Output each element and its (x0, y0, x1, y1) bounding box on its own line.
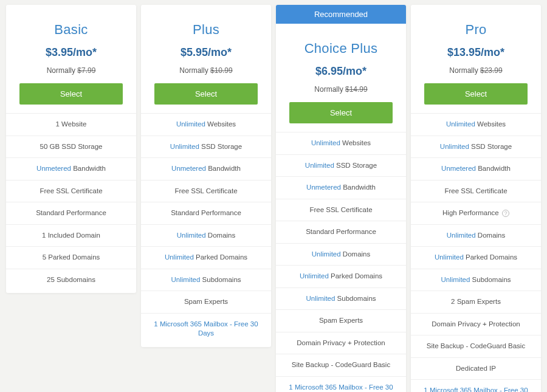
feature-text: 2 Spam Experts (451, 298, 501, 305)
feature-item: Unlimited Parked Domains (276, 265, 406, 287)
normal-price-value: $14.99 (345, 85, 368, 94)
feature-highlight-full: 1 Microsoft 365 Mailbox - Free 30 Days (154, 320, 258, 337)
pricing-grid: Basic$3.95/mo*Normally $7.99Select1 Webs… (6, 5, 541, 392)
feature-item: Unlimited Subdomains (276, 287, 406, 310)
feature-text: Bandwidth (71, 165, 106, 172)
feature-item: Free SSL Certificate (6, 180, 136, 202)
plan-card-pro: Pro$13.95/mo*Normally $23.99SelectUnlimi… (411, 5, 541, 392)
feature-highlight: Unlimited (447, 232, 476, 239)
feature-text: Parked Domains (194, 253, 247, 261)
select-button[interactable]: Select (19, 83, 123, 105)
feature-item: 1 Microsoft 365 Mailbox - Free 30 Days (276, 376, 406, 392)
normally-label: Normally (314, 85, 343, 94)
feature-text: 25 Subdomains (47, 276, 95, 283)
feature-item: Dedicated IP (411, 357, 541, 380)
feature-highlight: Unlimited (171, 276, 200, 283)
select-button[interactable]: Select (289, 102, 393, 123)
feature-item: Unmetered Bandwidth (6, 157, 136, 180)
feature-item: Site Backup - CodeGuard Basic (276, 354, 406, 376)
feature-text: Domain Privacy + Protection (432, 320, 520, 328)
plan-price: $6.95/mo* (284, 65, 397, 78)
feature-highlight: Unlimited (170, 143, 199, 150)
plan-name: Choice Plus (284, 41, 397, 57)
feature-text: SSD Storage (469, 143, 512, 150)
plan-head: Plus$5.95/mo*Normally $10.99Select (141, 5, 271, 113)
feature-text: Free SSL Certificate (174, 187, 237, 194)
feature-item: 50 GB SSD Storage (6, 136, 136, 158)
feature-highlight: Unmetered (171, 165, 206, 172)
feature-item: 1 Included Domain (6, 224, 136, 247)
feature-item: Unmetered Bandwidth (411, 157, 541, 180)
feature-text: Free SSL Certificate (40, 187, 102, 194)
feature-text: Dedicated IP (456, 365, 496, 372)
feature-highlight: Unlimited (300, 272, 329, 280)
feature-text: 1 Website (56, 120, 87, 128)
feature-item: Site Backup - CodeGuard Basic (411, 335, 541, 357)
feature-item: Unlimited Domains (411, 224, 541, 247)
feature-highlight: Unlimited (176, 120, 205, 128)
plan-price: $13.95/mo* (419, 46, 532, 59)
feature-text: Domains (476, 232, 506, 239)
feature-text: Spam Experts (319, 317, 363, 324)
feature-item: Standard Performance (276, 221, 406, 243)
feature-item: Unlimited Websites (276, 132, 406, 154)
feature-item: 25 Subdomains (6, 269, 136, 291)
plan-normal-price: Normally $23.99 (419, 66, 532, 75)
plan-price: $3.95/mo* (15, 46, 128, 59)
feature-highlight: Unmetered (306, 184, 341, 191)
feature-highlight: Unlimited (311, 139, 340, 146)
plan-head: Choice Plus$6.95/mo*Normally $14.99Selec… (276, 24, 406, 132)
feature-highlight-full: 1 Microsoft 365 Mailbox - Free 30 Days (424, 387, 528, 392)
feature-item: Free SSL Certificate (276, 199, 406, 221)
feature-item: Free SSL Certificate (411, 180, 541, 202)
feature-highlight: Unlimited (441, 276, 470, 283)
feature-item: Unlimited SSD Storage (276, 154, 406, 177)
feature-text: Domain Privacy + Protection (297, 339, 385, 346)
feature-item: Domain Privacy + Protection (276, 332, 406, 354)
feature-highlight: Unlimited (440, 143, 469, 150)
select-button[interactable]: Select (424, 83, 528, 105)
normal-price-value: $10.99 (210, 66, 233, 75)
feature-text: Subdomains (470, 276, 511, 283)
feature-text: Free SSL Certificate (309, 206, 372, 213)
feature-item: Unlimited Parked Domains (141, 246, 271, 269)
feature-highlight: Unlimited (177, 232, 206, 239)
normally-label: Normally (179, 66, 208, 75)
plan-name: Plus (150, 22, 263, 38)
feature-item: Unlimited Parked Domains (411, 246, 541, 269)
feature-item: Unmetered Bandwidth (276, 176, 406, 199)
feature-highlight: Unlimited (312, 250, 341, 258)
feature-item: 1 Microsoft 365 Mailbox - Free 30 Days (141, 313, 271, 345)
feature-text: Domains (206, 232, 236, 239)
normally-label: Normally (47, 66, 75, 75)
select-button[interactable]: Select (154, 83, 258, 105)
feature-item: Unlimited Websites (141, 113, 271, 136)
feature-text: Standard Performance (36, 209, 106, 216)
feature-item: Unlimited SSD Storage (141, 136, 271, 158)
feature-text: Parked Domains (329, 272, 382, 280)
plan-head: Pro$13.95/mo*Normally $23.99Select (411, 5, 541, 113)
feature-item: 1 Website (6, 113, 136, 136)
feature-text: Site Backup - CodeGuard Basic (427, 342, 525, 349)
feature-text: Bandwidth (341, 184, 376, 191)
feature-text: Websites (205, 120, 236, 128)
feature-text: Parked Domains (464, 253, 517, 261)
feature-item: Unlimited Domains (276, 243, 406, 266)
info-icon[interactable]: ? (502, 210, 509, 217)
feature-text: Site Backup - CodeGuard Basic (292, 361, 390, 368)
feature-item: 2 Spam Experts (411, 291, 541, 313)
plan-normal-price: Normally $10.99 (150, 66, 263, 75)
feature-list: Unlimited WebsitesUnlimited SSD StorageU… (276, 132, 406, 392)
normal-price-value: $7.99 (77, 66, 95, 75)
plan-card-choice-plus: RecommendedChoice Plus$6.95/mo*Normally … (276, 5, 406, 392)
plan-head: Basic$3.95/mo*Normally $7.99Select (6, 5, 136, 113)
feature-item: Unlimited SSD Storage (411, 136, 541, 158)
feature-item: Free SSL Certificate (141, 180, 271, 202)
plan-price: $5.95/mo* (150, 46, 263, 59)
feature-highlight: Unlimited (306, 295, 335, 302)
feature-highlight: Unlimited (165, 253, 194, 261)
feature-text: Standard Performance (306, 228, 376, 235)
feature-item: High Performance ? (411, 202, 541, 224)
feature-item: Spam Experts (276, 309, 406, 332)
feature-highlight: Unlimited (446, 120, 475, 128)
